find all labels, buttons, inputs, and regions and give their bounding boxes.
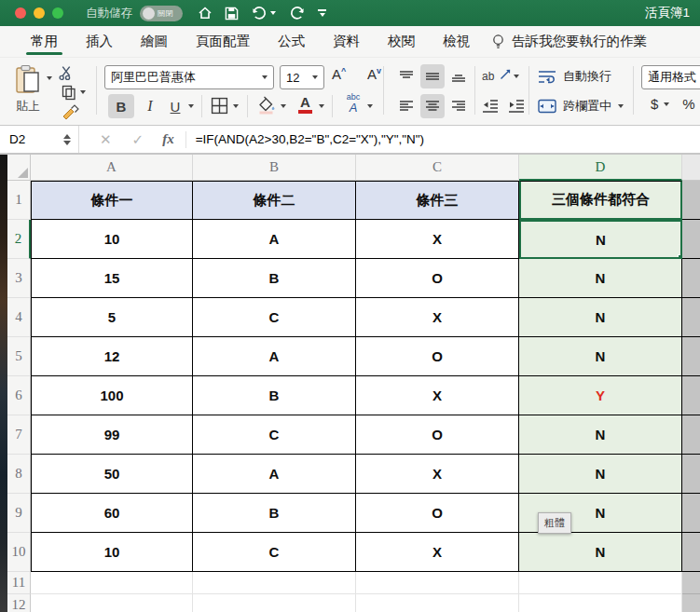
fill-handle[interactable] xyxy=(678,254,682,259)
save-icon[interactable] xyxy=(225,7,239,20)
row-header-9[interactable]: 9 xyxy=(7,494,31,533)
underline-chevron-icon[interactable] xyxy=(188,104,194,108)
align-middle-button[interactable] xyxy=(420,64,445,88)
orientation-chevron-icon[interactable] xyxy=(514,75,519,78)
cell-B4[interactable]: C xyxy=(193,298,356,337)
font-color-chevron-icon[interactable] xyxy=(319,104,324,108)
decrease-indent-icon[interactable] xyxy=(482,99,499,116)
cell-D10[interactable]: N xyxy=(519,533,682,572)
cell-A7[interactable]: 99 xyxy=(31,415,193,455)
cell-B10[interactable]: C xyxy=(193,533,356,572)
cell-A8[interactable]: 50 xyxy=(31,455,193,494)
cell-A4[interactable]: 5 xyxy=(31,298,193,337)
row-header-12[interactable]: 12 xyxy=(7,594,31,612)
row-header-10[interactable]: 10 xyxy=(7,533,31,572)
cell-C3[interactable]: O xyxy=(356,259,519,298)
cell-B11[interactable] xyxy=(193,572,356,594)
cell-B1[interactable]: 條件二 xyxy=(193,181,356,220)
cell-B5[interactable]: A xyxy=(193,337,356,376)
select-all-corner[interactable] xyxy=(7,155,31,181)
name-box-stepper[interactable] xyxy=(63,134,71,145)
insert-function-icon[interactable]: fx xyxy=(162,131,174,147)
font-size-chevron-icon[interactable] xyxy=(312,75,318,79)
zoom-window-button[interactable] xyxy=(52,7,63,19)
ribbon-tab[interactable]: 常用 xyxy=(17,26,72,57)
cell-B12[interactable] xyxy=(193,594,356,612)
orientation-button[interactable]: ab xyxy=(482,67,512,84)
undo-icon[interactable] xyxy=(251,6,276,20)
autosave-toggle[interactable]: 關閉 xyxy=(140,6,183,21)
column-header-D[interactable]: D xyxy=(519,155,682,181)
cell-D8[interactable]: N xyxy=(519,455,682,494)
minimize-window-button[interactable] xyxy=(34,7,45,19)
ribbon-tab[interactable]: 校閱 xyxy=(374,26,429,57)
home-icon[interactable] xyxy=(198,6,213,20)
fill-color-chevron-icon[interactable] xyxy=(281,104,286,108)
column-header-A[interactable]: A xyxy=(31,155,193,181)
phonetic-chevron-icon[interactable] xyxy=(367,104,373,108)
cell-B2[interactable]: A xyxy=(193,220,356,259)
close-window-button[interactable] xyxy=(15,7,26,19)
copy-icon[interactable] xyxy=(62,85,76,104)
paste-chevron-icon[interactable] xyxy=(47,76,52,80)
cell-A11[interactable] xyxy=(31,572,193,594)
increase-indent-icon[interactable] xyxy=(508,99,525,116)
row-header-7[interactable]: 7 xyxy=(7,415,31,455)
font-color-button[interactable]: A xyxy=(298,95,312,114)
cell-A5[interactable]: 12 xyxy=(31,337,193,376)
number-format-combo[interactable]: 通用格式 xyxy=(641,65,700,89)
cell-A12[interactable] xyxy=(31,594,193,612)
cell-C7[interactable]: O xyxy=(356,415,519,455)
row-header-4[interactable]: 4 xyxy=(7,298,31,337)
ribbon-tab[interactable]: 繪圖 xyxy=(127,26,182,57)
cancel-icon[interactable]: ✕ xyxy=(100,131,112,148)
ribbon-tab[interactable]: 插入 xyxy=(72,26,127,57)
cell-B3[interactable]: B xyxy=(193,259,356,298)
cell-D11[interactable] xyxy=(519,572,682,594)
row-header-8[interactable]: 8 xyxy=(7,455,31,494)
align-left-button[interactable] xyxy=(394,94,419,118)
shrink-font-button[interactable]: Av xyxy=(367,66,381,83)
font-size-combo[interactable]: 12 xyxy=(280,65,324,89)
cell-A2[interactable]: 10 xyxy=(31,220,193,259)
paste-label[interactable]: 貼上 xyxy=(9,99,47,115)
cell-A6[interactable]: 100 xyxy=(31,376,193,415)
undo-chevron-icon[interactable] xyxy=(270,11,276,15)
cell-A10[interactable]: 10 xyxy=(31,533,193,572)
cell-A1[interactable]: 條件一 xyxy=(31,181,193,220)
toolbar-overflow-icon[interactable] xyxy=(318,9,326,17)
cell-C5[interactable]: O xyxy=(356,337,519,376)
cell-B6[interactable]: B xyxy=(193,376,356,415)
cell-A3[interactable]: 15 xyxy=(31,259,193,298)
cell-B8[interactable]: A xyxy=(193,455,356,494)
row-header-1[interactable]: 1 xyxy=(7,181,31,220)
percent-format-button[interactable]: % xyxy=(682,96,694,112)
column-header-C[interactable]: C xyxy=(356,155,519,181)
bold-button[interactable]: B xyxy=(108,94,134,118)
align-center-button[interactable] xyxy=(420,94,445,118)
enter-icon[interactable]: ✓ xyxy=(132,131,144,148)
cell-D3[interactable]: N xyxy=(519,259,682,298)
cell-A9[interactable]: 60 xyxy=(31,494,193,533)
font-name-chevron-icon[interactable] xyxy=(262,75,268,79)
phonetic-guide-button[interactable]: abc A xyxy=(341,93,365,114)
cell-C12[interactable] xyxy=(356,594,519,612)
ribbon-tab[interactable]: 資料 xyxy=(319,26,374,57)
currency-format-button[interactable]: $ xyxy=(651,96,658,112)
row-header-3[interactable]: 3 xyxy=(7,259,31,298)
wrap-text-button[interactable]: 自動換行 xyxy=(538,68,611,85)
align-right-button[interactable] xyxy=(446,94,471,118)
borders-icon[interactable] xyxy=(211,97,228,118)
formula-input[interactable]: =IF(AND(A2>30,B2="B",C2="X"),"Y","N") xyxy=(196,132,424,146)
cell-C8[interactable]: X xyxy=(356,455,519,494)
paste-button[interactable] xyxy=(15,64,41,98)
cell-C2[interactable]: X xyxy=(356,220,519,259)
cell-D12[interactable] xyxy=(519,594,682,612)
cell-D6[interactable]: Y xyxy=(519,376,682,415)
cell-D4[interactable]: N xyxy=(519,298,682,337)
cell-C11[interactable] xyxy=(356,572,519,594)
font-name-combo[interactable]: 阿里巴巴普惠体 xyxy=(104,65,274,89)
row-header-11[interactable]: 11 xyxy=(7,572,31,594)
underline-button[interactable]: U xyxy=(164,94,186,118)
cell-C4[interactable]: X xyxy=(356,298,519,337)
